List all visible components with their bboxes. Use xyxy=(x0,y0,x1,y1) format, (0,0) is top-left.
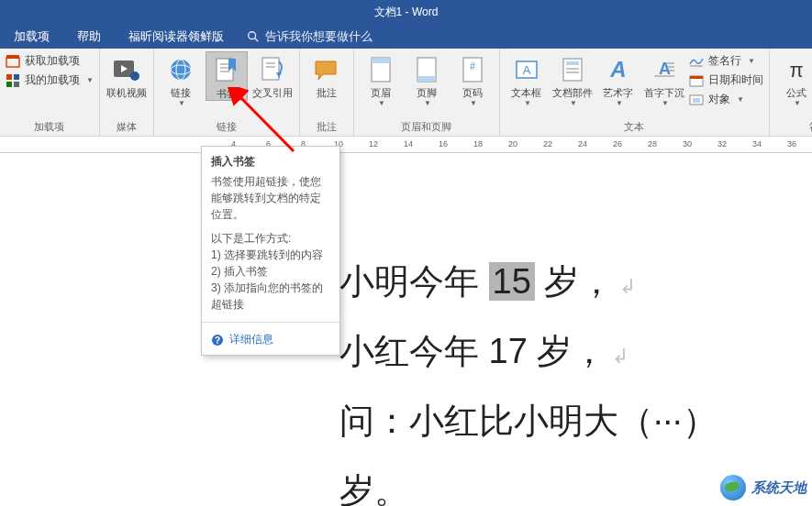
chevron-down-icon: ▼ xyxy=(470,99,477,108)
svg-rect-7 xyxy=(14,82,19,87)
svg-point-0 xyxy=(249,31,256,38)
paragraph-mark-icon: ↲ xyxy=(619,275,636,298)
parts-icon xyxy=(562,57,584,82)
svg-rect-26 xyxy=(417,76,436,82)
chevron-down-icon: ▼ xyxy=(424,99,431,108)
group-media: 联机视频 媒体 xyxy=(100,49,154,136)
comment-button[interactable]: 批注 xyxy=(306,51,348,99)
chevron-down-icon: ▼ xyxy=(524,99,531,108)
ruler-tick: 22 xyxy=(543,139,552,148)
chevron-down-icon: ▼ xyxy=(748,57,755,65)
group-addins-label: 加载项 xyxy=(6,118,94,136)
get-addins-label: 获取加载项 xyxy=(25,53,80,69)
group-symbols-label: 符号 xyxy=(775,118,812,136)
tell-me-search[interactable]: 告诉我你想要做什么 xyxy=(238,28,382,45)
window-title: 文档1 - Word xyxy=(374,5,439,20)
chevron-down-icon: ▼ xyxy=(178,99,185,108)
date-icon xyxy=(689,74,704,87)
svg-text:#: # xyxy=(470,61,475,72)
date-time-button[interactable]: 日期和时间 xyxy=(689,72,763,88)
ruler-tick: 24 xyxy=(578,139,587,148)
ruler-tick: 28 xyxy=(648,139,657,148)
help-icon: ? xyxy=(211,334,224,346)
bookmark-icon xyxy=(215,57,239,84)
ruler-tick: 20 xyxy=(508,139,517,148)
page-number-button[interactable]: # 页码▼ xyxy=(451,51,494,108)
tooltip-link-label: 详细信息 xyxy=(229,332,273,347)
watermark-text: 系统天地 xyxy=(751,479,806,497)
group-media-label: 媒体 xyxy=(106,118,148,136)
header-icon xyxy=(371,57,391,82)
ruler-tick: 32 xyxy=(717,139,727,148)
comment-label: 批注 xyxy=(317,87,337,99)
window-title-bar: 文档1 - Word xyxy=(0,0,812,24)
textbox-button[interactable]: A 文本框▼ xyxy=(506,51,548,108)
signature-line-button[interactable]: 签名行▼ xyxy=(689,53,763,69)
annotation-arrow xyxy=(216,87,307,160)
bookmark-tooltip: 插入书签 书签使用超链接，使您能够跳转到文档的特定位置。 以下是工作方式: 1)… xyxy=(201,146,340,356)
object-icon xyxy=(689,94,704,106)
wordart-button[interactable]: A 艺术字▼ xyxy=(597,51,640,108)
link-icon xyxy=(168,57,194,82)
tooltip-more-info-link[interactable]: ? 详细信息 xyxy=(202,324,339,355)
footer-button[interactable]: 页脚▼ xyxy=(406,51,448,108)
svg-line-51 xyxy=(238,94,294,151)
get-addins-button[interactable]: 获取加载项 xyxy=(6,53,94,69)
svg-rect-43 xyxy=(690,76,703,79)
svg-rect-32 xyxy=(566,61,579,65)
tooltip-step: 3) 添加指向您的书签的超链接 xyxy=(211,280,330,313)
svg-rect-19 xyxy=(262,58,279,80)
tab-foxit[interactable]: 福昕阅读器领鲜版 xyxy=(115,24,238,49)
tooltip-step: 2) 插入书签 xyxy=(211,263,330,280)
online-video-label: 联机视频 xyxy=(106,87,147,99)
header-label: 页眉 xyxy=(371,87,391,99)
svg-point-11 xyxy=(171,60,191,80)
textbox-label: 文本框 xyxy=(511,87,541,99)
tab-help[interactable]: 帮助 xyxy=(63,24,115,49)
svg-text:π: π xyxy=(789,59,803,82)
tab-addins[interactable]: 加载项 xyxy=(0,24,63,49)
quick-parts-button[interactable]: 文档部件▼ xyxy=(551,51,594,108)
text-span: 岁， xyxy=(535,262,615,301)
online-video-button[interactable]: 联机视频 xyxy=(106,51,148,99)
cross-ref-icon xyxy=(261,56,284,83)
tell-me-label: 告诉我你想要做什么 xyxy=(265,28,373,45)
dropcap-button[interactable]: A 首字下沉▼ xyxy=(643,51,685,108)
paragraph-mark-icon: ↲ xyxy=(612,345,628,368)
header-button[interactable]: 页眉▼ xyxy=(360,51,402,108)
text-span: 小红今年 17 岁， xyxy=(339,332,606,370)
textbox-icon: A xyxy=(515,58,539,82)
wordart-label: 艺术字 xyxy=(603,87,633,99)
chevron-down-icon: ▼ xyxy=(662,99,669,108)
group-comments: 批注 批注 xyxy=(300,49,354,136)
horizontal-ruler[interactable]: 4 6 8 10 12 14 16 18 20 22 24 26 28 30 3… xyxy=(0,137,812,153)
group-header-footer: 页眉▼ 页脚▼ # 页码▼ 页眉和页脚 xyxy=(354,49,500,136)
search-icon xyxy=(247,30,260,43)
text-line-3: 问：小红比小明大（···）岁。 xyxy=(248,386,775,506)
hyperlink-button[interactable]: 链接▼ xyxy=(160,51,202,108)
ruler-tick: 36 xyxy=(787,139,796,148)
svg-text:A: A xyxy=(523,63,531,77)
svg-text:A: A xyxy=(659,60,671,78)
my-addins-button[interactable]: 我的加载项▼ xyxy=(6,72,94,88)
svg-rect-24 xyxy=(372,58,390,63)
ruler-tick: 12 xyxy=(369,139,378,148)
my-addins-label: 我的加载项 xyxy=(25,72,80,88)
svg-rect-5 xyxy=(14,74,19,80)
svg-rect-6 xyxy=(6,82,12,87)
globe-icon xyxy=(720,475,746,500)
ruler-tick: 26 xyxy=(613,139,622,148)
quick-parts-label: 文档部件 xyxy=(552,87,593,99)
footer-label: 页脚 xyxy=(417,87,437,99)
group-addins: 获取加载项 我的加载项▼ 加载项 xyxy=(0,49,100,136)
group-text: A 文本框▼ 文档部件▼ A 艺术字▼ A 首字下沉▼ 签名行▼ xyxy=(500,49,770,136)
tooltip-howto-title: 以下是工作方式: xyxy=(211,230,330,247)
ruler-tick: 16 xyxy=(439,139,448,148)
ruler-tick: 18 xyxy=(473,139,483,148)
equation-button[interactable]: π 公式▼ xyxy=(775,51,812,108)
store-icon xyxy=(6,54,20,69)
group-comments-label: 批注 xyxy=(306,118,348,136)
ribbon: 获取加载项 我的加载项▼ 加载项 联机视频 媒体 链接▼ xyxy=(0,49,812,137)
object-button[interactable]: 对象▼ xyxy=(689,92,763,107)
signature-line-label: 签名行 xyxy=(708,53,741,69)
